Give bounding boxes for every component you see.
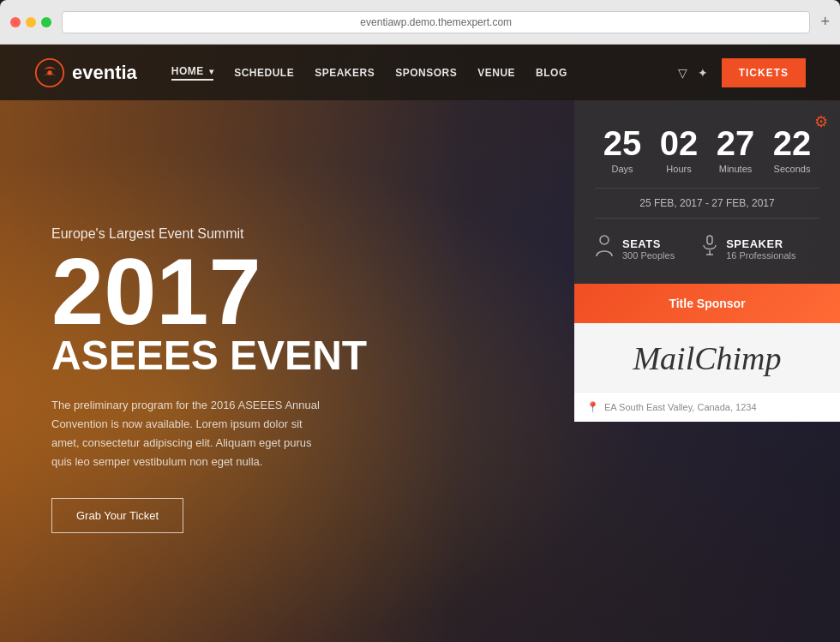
days-number: 25 <box>597 126 647 160</box>
location-icon: 📍 <box>586 401 599 413</box>
nav-home[interactable]: HOME ▾ <box>171 65 213 81</box>
countdown-hours: 02 Hours <box>654 126 704 174</box>
sponsor-logo: MailChimp <box>633 339 781 377</box>
settings-icon[interactable]: ⚙ <box>814 112 828 131</box>
hero-title: ASEEES EVENT <box>51 333 540 379</box>
seats-label: SEATS <box>622 237 675 250</box>
days-label: Days <box>597 164 647 174</box>
nav-links: HOME ▾ SCHEDULE SPEAKERS SPONSORS VENUE … <box>171 65 678 81</box>
minutes-number: 27 <box>711 126 760 160</box>
hours-number: 02 <box>654 126 704 160</box>
speaker-label: SPEAKER <box>726 237 795 250</box>
main-content: eventia HOME ▾ SCHEDULE SPEAKERS SPONSOR… <box>0 45 840 642</box>
stat-seats-text: SEATS 300 Peoples <box>622 237 675 261</box>
dot-red[interactable] <box>10 17 21 27</box>
logo-text: eventia <box>72 62 137 84</box>
nav-speakers[interactable]: SPEAKERS <box>315 67 375 79</box>
seats-value: 300 Peoples <box>622 250 675 261</box>
stat-speaker: SPEAKER 16 Professionals <box>702 234 795 263</box>
speaker-value: 16 Professionals <box>726 250 795 261</box>
navbar: eventia HOME ▾ SCHEDULE SPEAKERS SPONSOR… <box>0 45 840 100</box>
seconds-label: Seconds <box>767 164 817 174</box>
svg-point-1 <box>47 70 51 75</box>
seconds-number: 22 <box>767 126 817 160</box>
hero-section: Europe's Largest Event Summit 2017 ASEEE… <box>0 100 840 642</box>
nav-home-arrow: ▾ <box>209 67 214 76</box>
seats-icon <box>595 234 614 263</box>
svg-point-2 <box>600 236 609 244</box>
sponsor-address: EA South East Valley, Canada, 1234 <box>604 402 757 412</box>
stats-row: SEATS 300 Peoples <box>595 234 819 263</box>
facebook-icon[interactable]: ▽ <box>678 66 687 80</box>
sponsor-footer: 📍 EA South East Valley, Canada, 1234 <box>574 392 840 422</box>
countdown-seconds: 22 Seconds <box>767 126 817 174</box>
countdown-days: 25 Days <box>597 126 647 174</box>
dot-green[interactable] <box>41 17 51 27</box>
sponsor-card: Title Sponsor MailChimp 📍 EA South East … <box>574 284 840 422</box>
hero-right: ⚙ 25 Days 02 Hours 27 Minutes <box>574 100 840 642</box>
speaker-icon <box>702 234 717 263</box>
event-date: 25 FEB, 2017 - 27 FEB, 2017 <box>595 188 819 219</box>
nav-icons: ▽ ✦ <box>678 66 708 80</box>
countdown-minutes: 27 Minutes <box>711 126 760 174</box>
hero-left: Europe's Largest Event Summit 2017 ASEEE… <box>0 100 574 642</box>
sponsor-title: Title Sponsor <box>669 297 745 310</box>
browser-dots <box>10 17 51 27</box>
grab-ticket-button[interactable]: Grab Your Ticket <box>51 498 183 533</box>
hero-year: 2017 <box>51 249 540 333</box>
minutes-label: Minutes <box>711 164 760 174</box>
svg-rect-3 <box>707 236 712 244</box>
browser-chrome: eventiawp.demo.themexpert.com + <box>0 0 840 45</box>
url-text: eventiawp.demo.themexpert.com <box>360 16 512 28</box>
countdown-row: 25 Days 02 Hours 27 Minutes 2 <box>595 126 819 174</box>
new-tab-button[interactable]: + <box>820 13 830 31</box>
logo-icon <box>34 57 65 88</box>
nav-blog[interactable]: BLOG <box>536 67 567 79</box>
stat-speaker-text: SPEAKER 16 Professionals <box>726 237 795 261</box>
nav-schedule[interactable]: SCHEDULE <box>234 67 294 79</box>
hours-label: Hours <box>654 164 704 174</box>
browser-url-bar[interactable]: eventiawp.demo.themexpert.com <box>62 11 810 33</box>
logo[interactable]: eventia <box>34 57 137 88</box>
sponsor-header: Title Sponsor <box>574 284 840 323</box>
sponsor-body: MailChimp <box>574 323 840 392</box>
tickets-button[interactable]: TICKETS <box>722 58 806 87</box>
hero-description: The preliminary program for the 2016 ASE… <box>51 396 326 471</box>
countdown-card: ⚙ 25 Days 02 Hours 27 Minutes <box>574 100 840 284</box>
stat-seats: SEATS 300 Peoples <box>595 234 675 263</box>
nav-sponsors[interactable]: SPONSORS <box>395 67 457 79</box>
twitter-icon[interactable]: ✦ <box>698 66 708 80</box>
dot-yellow[interactable] <box>26 17 36 27</box>
nav-venue[interactable]: VENUE <box>477 67 515 79</box>
